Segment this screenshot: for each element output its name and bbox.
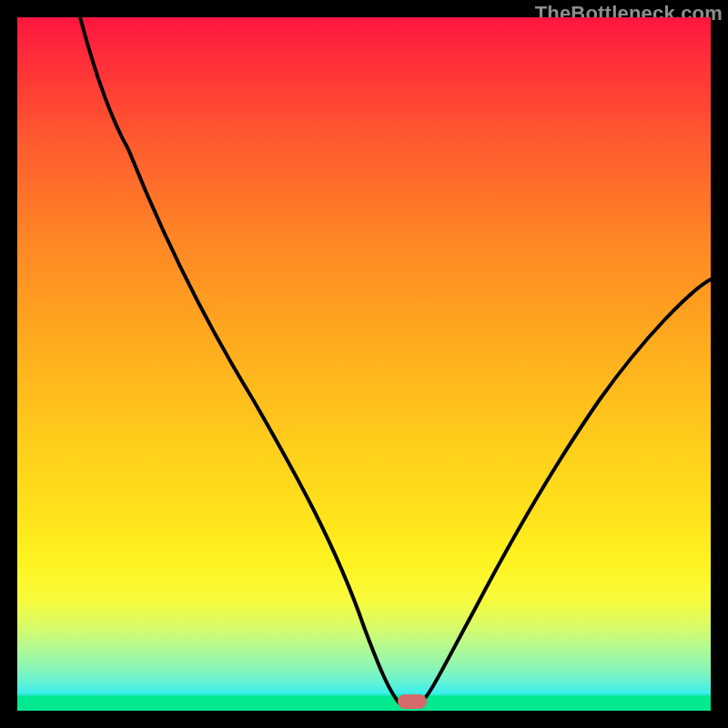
bottleneck-marker — [398, 694, 427, 709]
plot-area — [17, 17, 711, 711]
curve-svg — [17, 17, 711, 711]
bottleneck-curve — [80, 17, 711, 703]
chart-container: TheBottleneck.com — [0, 0, 728, 728]
